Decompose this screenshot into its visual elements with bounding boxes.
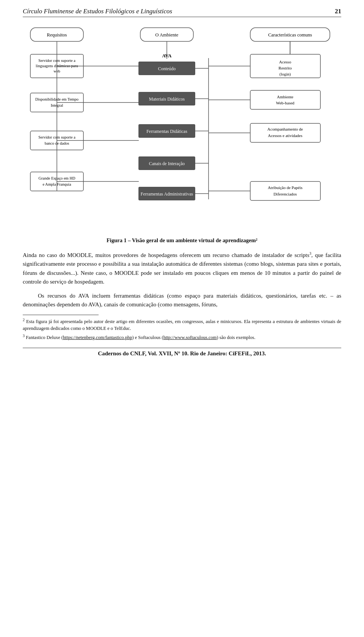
svg-text:Ferramentas Administrativas: Ferramentas Administrativas bbox=[141, 191, 193, 197]
svg-rect-55 bbox=[250, 181, 320, 200]
svg-text:O Ambiente: O Ambiente bbox=[155, 32, 179, 38]
ava-diagram: Requisitos O Ambiente Características co… bbox=[27, 24, 337, 229]
footnote-3: 3 Fantastico Deluxe (https://netenberg.c… bbox=[23, 333, 341, 341]
svg-text:Acompanhamento de: Acompanhamento de bbox=[267, 127, 303, 131]
figure-caption: Figura 1 – Visão geral de um ambiente vi… bbox=[23, 237, 341, 244]
svg-text:Materiais Didáticos: Materiais Didáticos bbox=[149, 96, 185, 102]
svg-text:(login): (login) bbox=[279, 72, 291, 77]
diagram-container: Requisitos O Ambiente Características co… bbox=[23, 24, 341, 229]
page-number: 21 bbox=[335, 8, 341, 15]
svg-text:Requisitos: Requisitos bbox=[47, 32, 67, 38]
footnote-2: 2 Esta figura já foi apresentada pelo au… bbox=[23, 317, 341, 332]
journal-title: Círculo Fluminense de Estudos Filológico… bbox=[23, 8, 172, 15]
footnote-link-1[interactable]: https://netenberg.com/fantastico.php bbox=[63, 335, 132, 340]
svg-text:Restrito: Restrito bbox=[279, 66, 292, 70]
svg-text:Canais de Interação: Canais de Interação bbox=[149, 161, 185, 166]
svg-rect-52 bbox=[250, 123, 320, 142]
footer-text: Cadernos do CNLF, Vol. XVII, Nº 10. Rio … bbox=[98, 350, 266, 356]
svg-text:Características comuns: Características comuns bbox=[268, 32, 312, 38]
svg-text:Web-based: Web-based bbox=[276, 101, 295, 105]
paragraph-1: Ainda no caso do MOODLE, muitos provedor… bbox=[23, 251, 341, 286]
svg-text:Ambiente: Ambiente bbox=[277, 95, 293, 99]
paragraph-2: Os recursos do AVA incluem ferramentas d… bbox=[23, 292, 341, 309]
svg-text:Conteúdo: Conteúdo bbox=[158, 66, 176, 71]
footnote-divider bbox=[23, 315, 99, 315]
svg-rect-49 bbox=[250, 90, 320, 109]
footnote-link-2[interactable]: http://www.softaculous.com bbox=[163, 335, 217, 340]
svg-text:Atribuição de Papéis: Atribuição de Papéis bbox=[268, 185, 303, 190]
svg-text:Acessos e atividades: Acessos e atividades bbox=[268, 133, 302, 138]
page-header: Círculo Fluminense de Estudos Filológico… bbox=[23, 8, 341, 17]
page: Círculo Fluminense de Estudos Filológico… bbox=[0, 0, 364, 637]
svg-text:Ferramentas Didáticas: Ferramentas Didáticas bbox=[146, 129, 187, 134]
page-footer: Cadernos do CNLF, Vol. XVII, Nº 10. Rio … bbox=[23, 348, 341, 357]
svg-text:Diferenciados: Diferenciados bbox=[273, 192, 297, 196]
svg-text:Acesso: Acesso bbox=[279, 60, 291, 64]
